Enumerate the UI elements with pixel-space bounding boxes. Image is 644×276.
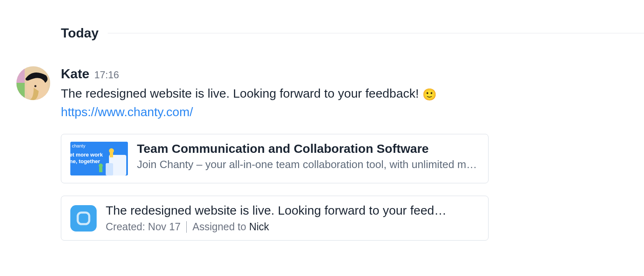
svg-point-4	[35, 85, 37, 87]
link-preview-thumbnail: chanty et more work ne, together	[70, 142, 128, 175]
message-link[interactable]: https://www.chanty.com/	[61, 105, 193, 119]
task-title: The redesigned website is live. Looking …	[106, 203, 479, 218]
task-body: The redesigned website is live. Looking …	[106, 203, 479, 233]
message-body: The redesigned website is live. Looking …	[61, 87, 422, 100]
date-divider-label: Today	[0, 26, 108, 41]
task-status-icon	[70, 205, 97, 232]
svg-rect-2	[16, 83, 25, 100]
svg-rect-11	[99, 167, 102, 172]
smile-emoji: 🙂	[422, 88, 437, 101]
link-preview-title: Team Communication and Collaboration Sof…	[137, 142, 479, 156]
svg-point-10	[99, 164, 103, 168]
meta-separator	[186, 221, 187, 233]
message-content: Kate 17:16 The redesigned website is liv…	[61, 66, 628, 241]
message-header: Kate 17:16	[61, 66, 628, 82]
thumb-brand: chanty	[72, 143, 86, 148]
task-card[interactable]: The redesigned website is live. Looking …	[61, 196, 489, 241]
message: Kate 17:16 The redesigned website is liv…	[0, 66, 644, 241]
date-divider: Today	[0, 26, 644, 41]
task-assigned: Assigned to Nick	[192, 221, 269, 233]
author-name[interactable]: Kate	[61, 66, 89, 82]
svg-rect-9	[110, 152, 113, 157]
link-preview-card[interactable]: chanty et more work ne, together Team Co…	[61, 134, 489, 183]
svg-rect-7	[106, 163, 113, 175]
link-preview-description: Join Chanty – your all-in-one team colla…	[137, 158, 479, 171]
assignee-name: Nick	[249, 221, 269, 232]
avatar-image	[16, 66, 50, 100]
task-meta: Created: Nov 17 Assigned to Nick	[106, 221, 479, 233]
svg-rect-12	[78, 213, 89, 224]
message-time: 17:16	[94, 69, 119, 81]
avatar[interactable]	[16, 66, 50, 100]
task-created: Created: Nov 17	[106, 221, 181, 233]
divider-line	[108, 33, 644, 33]
thumb-tagline-2: ne, together	[70, 158, 100, 164]
thumb-tagline-1: et more work	[70, 152, 103, 158]
message-text: The redesigned website is live. Looking …	[61, 84, 628, 103]
link-preview-body: Team Communication and Collaboration Sof…	[137, 142, 479, 171]
